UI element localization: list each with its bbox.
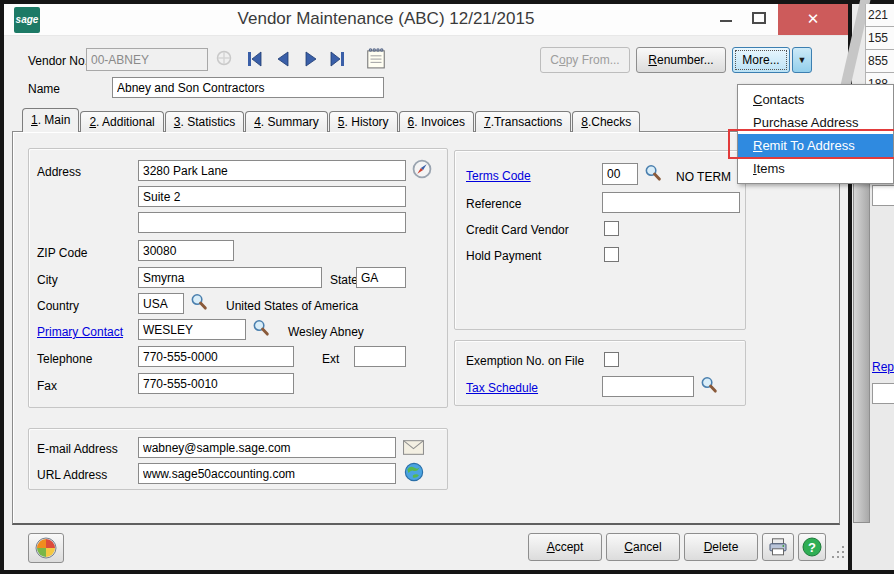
- minimize-icon[interactable]: [720, 20, 732, 22]
- screenshot-stage: 221 155 855 188 Rep sage Vendor Maintena…: [0, 0, 894, 574]
- background-field-fragment: [872, 383, 894, 404]
- state-field[interactable]: [356, 267, 406, 288]
- background-field-fragment: [872, 185, 894, 206]
- delete-button[interactable]: Delete: [684, 533, 758, 561]
- hold-payment-checkbox[interactable]: [604, 247, 619, 262]
- state-label: State: [330, 273, 358, 287]
- credit-card-vendor-label: Credit Card Vendor: [466, 223, 569, 237]
- print-button[interactable]: [762, 533, 794, 561]
- map-compass-icon[interactable]: [412, 159, 432, 183]
- background-grid-cell: 855: [865, 50, 894, 73]
- terms-display-text: NO TERM: [676, 170, 731, 184]
- nav-previous-icon[interactable]: [272, 49, 294, 73]
- zip-code-label: ZIP Code: [37, 246, 87, 260]
- telephone-field[interactable]: [138, 346, 294, 367]
- reference-field[interactable]: [602, 192, 740, 213]
- more-dropdown-menu: Contacts Purchase Address Remit To Addre…: [737, 84, 894, 184]
- cancel-button[interactable]: Cancel: [606, 533, 680, 561]
- tax-schedule-lookup-icon[interactable]: [700, 376, 718, 398]
- city-field[interactable]: [138, 267, 322, 288]
- tab-checks[interactable]: 8.Checks: [572, 111, 640, 132]
- more-button[interactable]: More...: [732, 47, 790, 73]
- telephone-label: Telephone: [37, 352, 92, 366]
- address-line1-field[interactable]: [138, 160, 406, 181]
- reference-label: Reference: [466, 197, 521, 211]
- vendor-no-field[interactable]: [86, 48, 208, 71]
- tab-summary[interactable]: 4. Summary: [245, 111, 328, 132]
- ext-label: Ext: [322, 352, 339, 366]
- window-title: Vendor Maintenance (ABC) 12/21/2015: [4, 9, 768, 29]
- disabled-flower-icon: [216, 50, 232, 66]
- tab-history[interactable]: 5. History: [329, 111, 398, 132]
- menu-item-contacts[interactable]: Contacts: [738, 88, 893, 111]
- tab-statistics[interactable]: 3. Statistics: [165, 111, 244, 132]
- nav-first-icon[interactable]: [244, 49, 266, 73]
- exemption-checkbox[interactable]: [604, 352, 619, 367]
- sage-pinwheel-button[interactable]: [28, 533, 64, 563]
- background-grid-cell: 155: [865, 27, 894, 50]
- url-label: URL Address: [37, 468, 107, 482]
- title-bar: sage Vendor Maintenance (ABC) 12/21/2015…: [4, 4, 848, 36]
- email-label: E-mail Address: [37, 442, 118, 456]
- accept-button[interactable]: Accept: [528, 533, 602, 561]
- nav-next-icon[interactable]: [300, 49, 322, 73]
- vendor-no-label: Vendor No.: [28, 54, 88, 68]
- envelope-icon[interactable]: [403, 440, 424, 459]
- help-button[interactable]: ?: [798, 533, 826, 561]
- renumber-button[interactable]: Renumber...: [636, 47, 726, 73]
- credit-card-vendor-checkbox[interactable]: [604, 221, 619, 236]
- terms-lookup-icon[interactable]: [644, 164, 662, 186]
- terms-code-link[interactable]: Terms Code: [466, 169, 531, 183]
- address-line2-field[interactable]: [138, 186, 406, 207]
- terms-code-field[interactable]: [602, 163, 638, 185]
- hold-payment-label: Hold Payment: [466, 249, 541, 263]
- country-label: Country: [37, 299, 79, 313]
- resize-grip[interactable]: [832, 546, 834, 548]
- svg-text:?: ?: [808, 540, 816, 555]
- tab-main[interactable]: 1. Main: [22, 108, 79, 132]
- maximize-icon[interactable]: [752, 12, 766, 24]
- background-partial-link[interactable]: Rep: [872, 360, 894, 374]
- background-grid-cell: 221: [865, 4, 894, 27]
- window-body: Vendor No. Name Copy From...: [4, 36, 848, 570]
- primary-contact-field[interactable]: [138, 319, 246, 340]
- vendor-maintenance-window: sage Vendor Maintenance (ABC) 12/21/2015…: [0, 0, 852, 574]
- menu-item-purchase-address[interactable]: Purchase Address: [738, 111, 893, 134]
- city-label: City: [37, 273, 58, 287]
- tab-additional[interactable]: 2. Additional: [80, 111, 163, 132]
- more-dropdown-arrow-button[interactable]: ▼: [792, 47, 812, 73]
- name-field[interactable]: [112, 77, 384, 98]
- email-field[interactable]: [138, 437, 396, 458]
- memo-notepad-icon[interactable]: [366, 47, 386, 73]
- tab-transactions[interactable]: 7.Transactions: [475, 111, 571, 132]
- exemption-label: Exemption No. on File: [466, 354, 584, 368]
- globe-icon[interactable]: [404, 462, 424, 486]
- background-scrollbar[interactable]: [853, 182, 870, 523]
- ext-field[interactable]: [354, 346, 406, 367]
- primary-contact-display-text: Wesley Abney: [288, 325, 364, 339]
- url-field[interactable]: [138, 463, 396, 484]
- tab-bar: 1. Main 2. Additional 3. Statistics 4. S…: [22, 108, 641, 132]
- address-label: Address: [37, 165, 81, 179]
- zip-code-field[interactable]: [138, 240, 234, 261]
- menu-item-remit-to-address[interactable]: Remit To Address: [738, 134, 893, 157]
- country-display-text: United States of America: [226, 299, 358, 313]
- name-label: Name: [28, 82, 60, 96]
- menu-item-items[interactable]: Items: [738, 157, 893, 180]
- tax-schedule-field[interactable]: [602, 376, 694, 397]
- fax-label: Fax: [37, 379, 57, 393]
- close-button[interactable]: ✕: [778, 4, 848, 35]
- tab-invoices[interactable]: 6. Invoices: [399, 111, 474, 132]
- country-field[interactable]: [138, 293, 184, 314]
- tax-schedule-link[interactable]: Tax Schedule: [466, 381, 538, 395]
- nav-last-icon[interactable]: [326, 49, 348, 73]
- country-lookup-icon[interactable]: [190, 293, 208, 315]
- primary-contact-lookup-icon[interactable]: [252, 319, 270, 341]
- copy-from-button[interactable]: Copy From...: [540, 47, 630, 73]
- address-line3-field[interactable]: [138, 212, 406, 233]
- primary-contact-link[interactable]: Primary Contact: [37, 325, 123, 339]
- fax-field[interactable]: [138, 373, 294, 394]
